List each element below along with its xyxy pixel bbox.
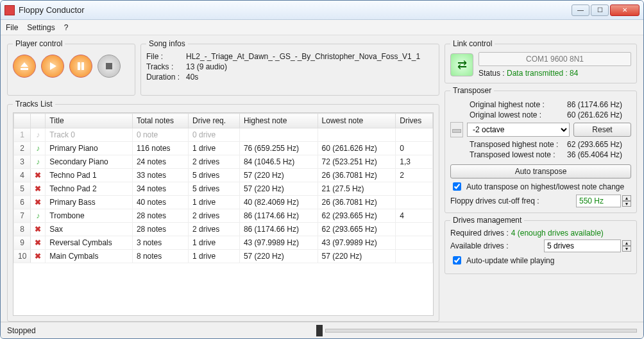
close-button[interactable]: ✕ [610,4,640,16]
progress-track[interactable] [325,329,637,333]
transposer-legend: Transposer [450,86,494,95]
status-label: Status : [479,69,505,78]
avail-up[interactable]: ▲ [622,240,631,246]
link-icon[interactable]: ⇄ [450,53,473,76]
table-row[interactable]: 9✖Reversal Cymbals3 notes1 drive43 (97.9… [14,236,433,250]
menu-file[interactable]: File [6,23,18,32]
mute-icon: ✖ [35,184,41,193]
com-port-display[interactable]: COM1 9600 8N1 [479,52,631,66]
file-value: HL2_-_Triage_At_Dawn_-_GS_-_By_Christoph… [186,52,434,61]
link-control-group: Link control ⇄ COM1 9600 8N1 Status : Da… [445,39,637,83]
tracks-value: 13 (9 audio) [186,62,434,71]
note-icon: ♪ [36,130,40,139]
file-label: File : [146,52,186,61]
table-row[interactable]: 4✖Techno Pad 133 notes5 drives57 (220 Hz… [14,169,433,182]
song-infos-group: Song infos File :HL2_-_Triage_At_Dawn_-_… [140,39,439,96]
col-high[interactable]: Highest note [239,114,318,128]
trans-low-label: Transposed lowest note : [470,150,555,159]
orig-low-label: Original lowest note : [470,110,541,119]
col-total[interactable]: Total notes [132,114,188,128]
req-drives-label: Required drives : [450,229,509,238]
tracks-legend: Tracks List [13,100,55,109]
mute-icon: ✖ [35,252,41,261]
octave-select[interactable]: -2 octave [467,123,570,137]
cutoff-input[interactable] [576,195,621,207]
menu-help[interactable]: ? [64,23,69,32]
duration-value: 40s [186,73,434,82]
reset-button[interactable]: Reset [573,123,631,137]
mute-icon: ✖ [35,198,41,207]
table-row[interactable]: 3♪Secondary Piano24 notes2 drives84 (104… [14,155,433,169]
mute-icon: ✖ [35,171,41,180]
table-row[interactable]: 10✖Main Cymbals8 notes1 drive57 (220 Hz)… [14,250,433,263]
duration-label: Duration : [146,73,186,82]
orig-low-value: 60 (261.626 Hz) [567,110,631,119]
eject-button[interactable] [13,55,36,78]
col-low[interactable]: Lowest note [318,114,396,128]
table-row[interactable]: 2♪Primary Piano116 notes1 drive76 (659.2… [14,142,433,155]
status-value: Data transmitted : 84 [507,69,578,78]
col-drivereq[interactable]: Drive req. [189,114,240,128]
songinfos-legend: Song infos [146,39,188,48]
mute-icon: ✖ [35,238,41,247]
req-drives-value: 4 (enough drives available) [511,229,604,238]
table-row[interactable]: 6✖Primary Bass40 notes1 drive40 (82.4069… [14,196,433,209]
col-title[interactable]: Title [46,114,133,128]
stop-button[interactable] [97,55,121,78]
progress-handle[interactable] [316,325,323,336]
note-icon: ♪ [36,144,40,153]
auto-transpose-checkbox[interactable]: Auto transpose on highest/lowest note ch… [450,180,631,193]
maximize-button[interactable]: ☐ [591,4,609,16]
transpose-slider[interactable] [450,122,463,137]
tracks-table[interactable]: Title Total notes Drive req. Highest not… [13,112,434,316]
progress-slider[interactable] [316,325,637,336]
col-drives[interactable]: Drives [396,114,433,128]
note-icon: ♪ [36,157,40,166]
svg-rect-0 [106,63,112,69]
cutoff-down[interactable]: ▼ [622,201,631,207]
statusbar: Stopped [1,322,643,338]
transposer-group: Transposer Original highest note :86 (11… [445,86,637,213]
table-row[interactable]: 7♪Trombone28 notes2 drives86 (1174.66 Hz… [14,209,433,223]
auto-transpose-button[interactable]: Auto transpose [450,164,631,178]
titlebar[interactable]: Floppy Conductor — ☐ ✕ [1,1,643,20]
play-button[interactable] [41,55,64,78]
table-row[interactable]: 1♪Track 00 note0 drive [14,128,433,142]
menubar: File Settings ? [1,20,643,35]
mute-icon: ✖ [35,225,41,234]
app-icon [4,5,15,15]
minimize-button[interactable]: — [572,4,589,16]
window-title: Floppy Conductor [19,5,572,15]
trans-low-value: 36 (65.4064 Hz) [567,150,631,159]
pause-button[interactable] [69,55,92,78]
avail-drives-label: Available drives : [450,241,509,250]
trans-high-value: 62 (293.665 Hz) [567,140,631,149]
cutoff-up[interactable]: ▲ [622,195,631,201]
table-row[interactable]: 5✖Techno Pad 234 notes5 drives57 (220 Hz… [14,182,433,196]
note-icon: ♪ [36,211,40,220]
menu-settings[interactable]: Settings [27,23,55,32]
orig-high-value: 86 (1174.66 Hz) [567,100,631,109]
window-frame: Floppy Conductor — ☐ ✕ File Settings ? P… [0,0,644,339]
auto-update-checkbox[interactable]: Auto-update while playing [450,254,631,266]
player-control-group: Player control [7,39,135,96]
table-row[interactable]: 8✖Sax28 notes2 drives86 (1174.66 Hz)62 (… [14,223,433,236]
player-legend: Player control [13,39,65,48]
link-legend: Link control [450,39,495,48]
avail-down[interactable]: ▼ [622,246,631,252]
trans-high-label: Transposed highest note : [470,140,558,149]
status-text: Stopped [7,326,36,335]
drives-group: Drives management Required drives : 4 (e… [445,216,637,274]
avail-drives-input[interactable] [544,239,621,252]
cutoff-label: Floppy drives cut-off freq : [450,196,539,205]
drives-legend: Drives management [450,216,524,225]
orig-high-label: Original highest note : [470,100,545,109]
tracks-label: Tracks : [146,62,186,71]
